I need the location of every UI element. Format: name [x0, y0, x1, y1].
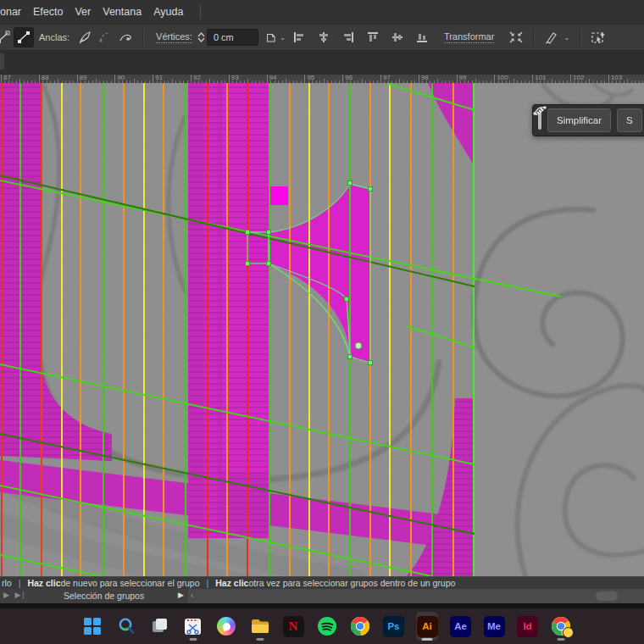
- profile-badge: [563, 627, 574, 638]
- document-tab-strip: [0, 51, 644, 75]
- options-separator: [142, 28, 144, 47]
- copilot-button[interactable]: [215, 612, 237, 641]
- menu-item-efecto[interactable]: Efecto: [33, 6, 75, 18]
- illustrator-window: onar Efecto Ver Ventana Ayuda Anclas: Vé…: [0, 0, 644, 644]
- copilot-icon: [217, 617, 236, 636]
- taskbar-icons: N Ps Ai: [81, 612, 572, 641]
- scroll-left-icon[interactable]: ‹: [191, 591, 193, 600]
- status-hint1: de nuevo para seleccionar el grupo: [61, 578, 200, 588]
- status-expand-icon[interactable]: ▶: [178, 591, 184, 599]
- simplify-floating-panel: Simplificar S: [532, 104, 644, 136]
- align-center-horizontal-icon[interactable]: [314, 27, 334, 47]
- menu-separator: [200, 4, 201, 19]
- file-explorer-button[interactable]: [249, 612, 271, 641]
- after-effects-button[interactable]: Ae: [450, 612, 472, 641]
- status-pipe: |: [19, 578, 21, 588]
- media-encoder-button[interactable]: Me: [483, 612, 505, 641]
- chevron-down-icon: ⌄: [280, 34, 286, 42]
- align-left-icon[interactable]: [289, 27, 309, 47]
- convert-anchor-smooth-icon[interactable]: [14, 27, 34, 47]
- illustrator-icon: Ai: [417, 616, 438, 637]
- start-button[interactable]: [81, 612, 103, 641]
- remove-anchor-pen-icon[interactable]: [75, 27, 95, 47]
- spotify-icon: [317, 616, 337, 636]
- running-indicator: [189, 638, 197, 641]
- options-separator: [533, 28, 535, 47]
- canvas-viewport[interactable]: Simplificar S: [0, 83, 644, 576]
- horizontal-scrollbar[interactable]: ‹: [188, 589, 644, 603]
- search-icon: [117, 617, 136, 636]
- menu-bar: onar Efecto Ver Ventana Ayuda: [0, 0, 644, 24]
- photoshop-button[interactable]: Ps: [383, 612, 405, 641]
- anchors-label: Anclas:: [39, 32, 69, 42]
- task-view-icon: [150, 617, 169, 636]
- status-hint-bar: rlo | Haz clic de nuevo para seleccionar…: [0, 576, 644, 589]
- netflix-button[interactable]: N: [282, 612, 304, 641]
- menu-item-ventana[interactable]: Ventana: [103, 6, 153, 18]
- brush-icon: [533, 105, 547, 116]
- snipping-tool-icon: [183, 617, 203, 636]
- menu-item-ver[interactable]: Ver: [75, 6, 103, 18]
- align-bottom-icon[interactable]: [412, 27, 432, 47]
- options-separator: [580, 28, 581, 47]
- select-similar-icon[interactable]: [588, 27, 608, 47]
- vertices-label[interactable]: Vértices:: [156, 31, 192, 43]
- smooth-brush-button[interactable]: S: [617, 108, 642, 132]
- shear-tool-icon[interactable]: [541, 27, 562, 47]
- media-encoder-icon: Me: [484, 616, 505, 637]
- after-effects-icon: Ae: [450, 616, 471, 637]
- running-indicator: [256, 638, 264, 641]
- chrome-button[interactable]: [349, 612, 371, 641]
- menu-item-seleccionar-cut[interactable]: onar: [0, 6, 33, 18]
- chrome-profile-button[interactable]: [550, 612, 572, 641]
- align-top-icon[interactable]: [363, 27, 383, 47]
- photoshop-icon: Ps: [383, 616, 404, 637]
- folder-icon: [250, 618, 270, 636]
- artboard-dropdown-icon[interactable]: ⌄: [265, 27, 286, 47]
- collapse-arrows-icon[interactable]: [506, 27, 526, 47]
- simplify-button[interactable]: Simplificar: [547, 108, 611, 132]
- align-right-icon[interactable]: [338, 27, 358, 47]
- status-hint1-bold: Haz clic: [27, 578, 60, 588]
- status-hint2-bold: Haz clic: [215, 578, 248, 588]
- running-indicator: [558, 638, 565, 641]
- smooth-brush-label: S: [626, 115, 633, 125]
- options-bar: Anclas: Vértices: 0 cm ⌄: [0, 24, 644, 51]
- panel-stub[interactable]: [0, 53, 4, 69]
- windows-logo-icon: [83, 617, 102, 636]
- task-view-button[interactable]: [148, 612, 170, 641]
- convert-anchor-corner-icon[interactable]: [0, 27, 14, 47]
- chevron-down-icon[interactable]: ⌄: [564, 34, 569, 42]
- smooth-curve-node-icon[interactable]: [115, 27, 136, 47]
- netflix-icon: N: [283, 616, 304, 637]
- windows-taskbar: N Ps Ai: [0, 608, 644, 644]
- current-tool-label: Selección de grupos: [64, 591, 144, 601]
- artboard-nav-icons[interactable]: ▶ ▶|: [3, 591, 26, 599]
- indesign-button[interactable]: Id: [517, 612, 539, 641]
- canvas-artwork[interactable]: [0, 83, 644, 576]
- active-indicator: [422, 638, 433, 641]
- status-tool-bar: ▶ ▶| Selección de grupos ▶ ‹: [0, 589, 644, 603]
- simplify-label: Simplificar: [557, 115, 602, 125]
- indesign-icon: Id: [517, 616, 538, 637]
- menu-item-ayuda[interactable]: Ayuda: [153, 6, 195, 18]
- align-group: [289, 27, 432, 47]
- status-hint2: otra vez para seleccionar grupos dentro …: [248, 578, 455, 588]
- align-center-vertical-icon[interactable]: [387, 27, 408, 47]
- transform-link[interactable]: Transformar: [444, 31, 495, 43]
- snipping-tool-button[interactable]: [182, 612, 204, 641]
- search-button[interactable]: [115, 612, 137, 641]
- vertices-stepper[interactable]: [197, 32, 205, 42]
- chrome-icon: [350, 616, 370, 636]
- curve-handle-icon[interactable]: [95, 27, 115, 47]
- illustrator-button[interactable]: Ai: [416, 612, 438, 641]
- status-fragment: rlo: [2, 578, 12, 588]
- scrollbar-thumb[interactable]: [596, 591, 618, 601]
- vertices-input[interactable]: 0 cm: [207, 29, 258, 46]
- status-pipe: |: [207, 578, 209, 588]
- spotify-button[interactable]: [316, 612, 338, 641]
